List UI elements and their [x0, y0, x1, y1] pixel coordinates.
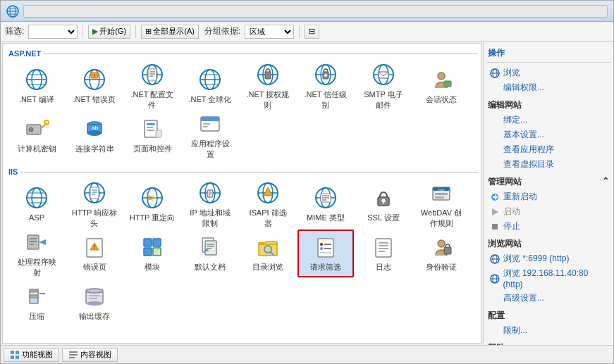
icon-logs[interactable]: 日志: [355, 230, 412, 277]
show-all-label: 全部显示(A): [153, 26, 195, 37]
icon-dotnet-error-img: !: [82, 67, 107, 92]
icon-smtp[interactable]: SMTP 电子邮件: [355, 62, 412, 110]
icon-session[interactable]: 会话状态: [413, 62, 469, 110]
aspnet-section-label: ASP.NET: [6, 49, 44, 58]
icon-machine-key[interactable]: 计算机密钥: [8, 111, 65, 159]
icon-error-page[interactable]: ! 错误页: [66, 230, 123, 277]
svg-rect-162: [16, 356, 19, 359]
icon-dotnet-config-label: .NET 配置文件: [131, 89, 174, 110]
icon-ssl-img: [371, 185, 396, 211]
svg-rect-165: [69, 357, 75, 358]
show-all-button[interactable]: ⊞ 全部显示(A): [141, 25, 199, 39]
svg-rect-57: [203, 126, 208, 127]
icon-dir-browse-label: 目录浏览: [252, 262, 283, 272]
icon-dotnet-config-img: [140, 62, 165, 87]
content-area: ASP.NET: [1, 42, 613, 345]
group-by-select[interactable]: 区域: [245, 25, 294, 39]
icon-webdav[interactable]: DAV WebDAV 创作规则: [413, 180, 469, 228]
icon-app-settings[interactable]: 应用程序设置: [182, 111, 238, 159]
icons-container[interactable]: ASP.NET: [3, 44, 481, 343]
edit-perms-link[interactable]: 编辑权限...: [486, 80, 610, 95]
svg-rect-41: [444, 81, 451, 87]
icon-dotnet-global-label: .NET 全球化: [189, 94, 232, 104]
svg-rect-99: [27, 235, 39, 249]
icon-conn-string-img: ab: [82, 116, 107, 142]
svg-rect-18: [148, 69, 156, 80]
icon-compress-label: 压缩: [29, 311, 44, 321]
icon-conn-string[interactable]: ab 连接字符串: [66, 111, 123, 159]
svg-rect-164: [69, 354, 78, 356]
bind-link[interactable]: 绑定...: [486, 113, 610, 127]
limit-link[interactable]: 限制...: [486, 323, 610, 338]
icon-page-control-img: [140, 116, 165, 142]
advanced-link[interactable]: 高级设置...: [486, 291, 610, 306]
svg-rect-49: [145, 120, 157, 137]
svg-point-132: [438, 240, 445, 247]
restart-link[interactable]: 重新启动: [486, 189, 610, 204]
toolbar-sep2: [135, 25, 136, 38]
icon-http-response[interactable]: HTTP 响应标头: [66, 180, 123, 228]
icon-http-redirect[interactable]: HTTP 重定向: [124, 180, 180, 228]
icon-dotnet-global[interactable]: .NET 全球化: [182, 62, 238, 110]
icon-ssl-label: SSL 设置: [367, 213, 399, 222]
svg-point-92: [382, 199, 386, 203]
config-title: 配置: [486, 306, 610, 323]
browse-6999-link[interactable]: 浏览 *:6999 (http): [486, 251, 610, 266]
icon-logs-label: 日志: [376, 262, 391, 272]
stop-link[interactable]: 停止: [486, 219, 610, 234]
svg-text:!: !: [94, 244, 95, 249]
func-view-button[interactable]: 功能视图: [4, 348, 59, 362]
icon-session-img: [429, 67, 454, 92]
title-bar: [1, 1, 613, 22]
view-app-link[interactable]: 查看应用程序: [486, 142, 610, 157]
svg-rect-55: [201, 117, 219, 121]
icon-error-page-img: !: [82, 234, 107, 260]
svg-point-35: [324, 74, 327, 77]
svg-rect-133: [444, 247, 451, 254]
icon-http-response-img: [82, 180, 107, 206]
icon-isapi[interactable]: ISAPI 筛选器: [240, 180, 296, 228]
browse-link[interactable]: 浏览: [486, 65, 610, 80]
view-vdir-link[interactable]: 查看虚拟目录: [486, 157, 610, 172]
icon-dotnet-config[interactable]: .NET 配置文件: [124, 62, 180, 110]
icon-request-filter[interactable]: 请求筛选: [297, 230, 354, 277]
icon-dotnet-error[interactable]: ! .NET 错误页: [66, 62, 123, 110]
show-all-icon: ⊞: [145, 27, 152, 36]
start-label: 开始(G): [99, 26, 126, 37]
icon-output-cache[interactable]: 输出缓存: [66, 279, 123, 327]
view-toggle-button[interactable]: ⊟: [305, 25, 319, 39]
svg-rect-161: [11, 356, 14, 359]
icon-modules[interactable]: 模块: [124, 230, 180, 277]
icon-ssl[interactable]: SSL 设置: [355, 180, 412, 228]
icon-asp[interactable]: ASP: [8, 180, 65, 228]
filter-select[interactable]: [28, 25, 78, 39]
icon-auth[interactable]: 身份验证: [413, 230, 469, 277]
icon-default-doc[interactable]: 默认文档: [182, 230, 238, 277]
icon-handler[interactable]: 处理程序映射: [8, 230, 65, 277]
browse-site-title: 浏览网站: [486, 234, 610, 251]
start-icon: [489, 206, 501, 218]
content-view-button[interactable]: 内容视图: [62, 348, 118, 362]
browse-192-link[interactable]: 浏览 192.168.11.40:80 (http): [486, 266, 610, 291]
icon-dir-browse[interactable]: 目录浏览: [240, 230, 296, 277]
title-address-bar[interactable]: [23, 5, 608, 18]
icon-dotnet-compile[interactable]: .NET 编译: [8, 62, 65, 110]
icon-asp-img: [24, 185, 49, 211]
actions-title: 操作: [486, 44, 610, 63]
toolbar: 筛选: ▶ 开始(G) ⊞ 全部显示(A) 分组依据: 区域 ⊟: [1, 22, 613, 42]
icon-mime-img: [313, 185, 338, 211]
icon-dotnet-trust[interactable]: .NET 信任级别: [297, 62, 354, 110]
start-button[interactable]: ▶ 开始(G): [88, 25, 130, 39]
icon-dotnet-auth[interactable]: .NET 授权规则: [240, 62, 296, 110]
manage-site-collapse[interactable]: ⌃: [602, 176, 609, 186]
svg-rect-52: [147, 130, 154, 131]
right-panel: 操作 浏览 编辑权限... 编辑网站 绑定...: [483, 42, 613, 345]
icon-mime[interactable]: MIME 类型: [297, 180, 354, 228]
icon-ip[interactable]: IP 地址和域限制: [182, 180, 238, 228]
icon-request-filter-label: 请求筛选: [310, 262, 341, 272]
basic-settings-link[interactable]: 基本设置...: [486, 127, 610, 142]
icon-ip-img: [197, 180, 223, 206]
browse-icon: [489, 68, 501, 79]
icon-compress[interactable]: 压缩: [8, 279, 65, 327]
icon-page-control[interactable]: 页面和控件: [124, 111, 180, 159]
